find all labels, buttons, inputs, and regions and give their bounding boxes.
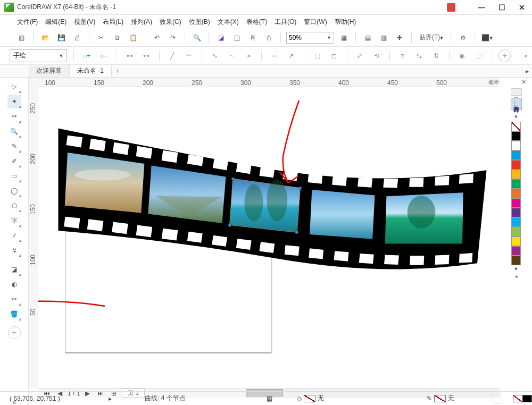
color-swatch[interactable] <box>511 227 521 237</box>
panel-close-icon[interactable]: ✕ <box>521 79 530 87</box>
color-swatch[interactable] <box>511 208 521 217</box>
smooth-icon[interactable]: ∼ <box>226 49 238 62</box>
grid-button[interactable]: ▥ <box>377 31 390 44</box>
menu-item[interactable]: 布局(L) <box>101 16 126 28</box>
rotate-icon[interactable]: ⟲ <box>370 49 383 62</box>
paste-button[interactable]: 📋 <box>127 31 139 44</box>
parallel-tool[interactable]: ⫽ <box>7 229 21 242</box>
close-button[interactable]: ✕ <box>515 3 529 12</box>
maximize-button[interactable]: ☐ <box>495 3 509 12</box>
open-button[interactable]: 📂 <box>39 31 52 44</box>
minimize-button[interactable]: — <box>475 3 488 12</box>
menu-item[interactable]: 编辑(E) <box>43 16 69 28</box>
import-button[interactable]: ◪ <box>214 31 227 44</box>
dropshadow-tool[interactable]: ◪ <box>7 263 21 276</box>
color-swatch[interactable] <box>511 179 521 189</box>
menu-item[interactable]: 视图(V) <box>72 16 97 28</box>
palette-more-icon[interactable]: ◂ <box>515 274 518 279</box>
ellipse-tool[interactable]: ◯ <box>7 184 21 198</box>
tab-document[interactable]: 未命名 -1 <box>70 65 112 77</box>
color-swatch[interactable] <box>511 246 521 256</box>
canvas[interactable] <box>38 87 500 388</box>
extract-icon[interactable]: ⬚ <box>311 49 323 62</box>
film-strip-artwork[interactable] <box>38 119 500 268</box>
menu-item[interactable]: 帮助(H) <box>332 16 359 28</box>
menu-item[interactable]: 表格(T) <box>244 16 269 28</box>
snap-button[interactable]: 贴齐(T) ▾ <box>417 31 445 44</box>
undo-button[interactable]: ↶ <box>151 31 163 44</box>
color-swatch[interactable] <box>511 198 521 208</box>
to-curve-icon[interactable]: 〰 <box>183 49 196 62</box>
node-add-icon[interactable]: ○+ <box>80 49 93 62</box>
reduce-nodes-icon[interactable]: + <box>498 49 511 62</box>
close-path-icon[interactable]: ◻ <box>328 49 340 62</box>
menu-item[interactable]: 排列(A) <box>129 16 154 28</box>
play-icon[interactable]: ▸ <box>109 395 112 402</box>
color-swatch[interactable] <box>511 189 521 198</box>
reflect-h-icon[interactable]: ⇆ <box>413 49 426 62</box>
fill-indicator[interactable]: ◇无 <box>297 394 324 403</box>
cut-button[interactable]: ✂ <box>95 31 107 44</box>
eyedropper-tool[interactable]: ✑ <box>7 292 21 306</box>
shape-tool[interactable]: ✦ <box>7 95 21 108</box>
freehand-tool[interactable]: ✎ <box>7 139 21 153</box>
join-icon[interactable]: ⊶ <box>123 49 136 62</box>
palette-down-icon[interactable]: ▼ <box>514 266 519 272</box>
menu-item[interactable]: 窗口(W) <box>302 16 329 28</box>
color-swatch[interactable] <box>511 141 521 150</box>
elastic-icon[interactable]: ◉ <box>456 49 469 62</box>
break-icon[interactable]: ⊷ <box>140 49 153 62</box>
color-swatch[interactable] <box>511 256 521 265</box>
menu-item[interactable]: 工具(O) <box>272 16 298 28</box>
menu-item[interactable]: 位图(B) <box>187 16 212 28</box>
artistic-media-tool[interactable]: ✐ <box>7 154 21 168</box>
palette-up-icon[interactable]: ▲ <box>514 113 519 119</box>
crop-tool[interactable]: ✂ <box>7 109 21 123</box>
zoom-tool[interactable]: 🔍 <box>7 124 21 138</box>
zoom-combo[interactable]: 50% ▼ <box>286 32 334 44</box>
fill-outline-swatch[interactable] <box>513 395 532 402</box>
align-docker-tab[interactable]: 对齐与分布... <box>511 98 522 110</box>
color-proof-icon[interactable]: ▦ <box>267 395 272 402</box>
menu-item[interactable]: 文本(X) <box>215 16 241 28</box>
symm-icon[interactable]: ≈ <box>242 49 255 62</box>
search-button[interactable]: 🔍 <box>190 31 203 44</box>
tabs-more-icon[interactable]: ▸ <box>526 68 529 75</box>
align-icon[interactable]: ≡ <box>396 49 409 62</box>
user-avatar-icon[interactable] <box>447 3 455 12</box>
redo-button[interactable]: ↷ <box>167 31 179 44</box>
outline-indicator[interactable]: ✎无 <box>427 394 454 403</box>
menu-item[interactable]: 效果(C) <box>157 16 184 28</box>
print-button[interactable]: 🖨 <box>71 31 84 44</box>
overflow-icon[interactable]: » <box>519 49 532 62</box>
customize-tool[interactable]: + <box>8 326 21 339</box>
fullscreen-button[interactable]: ▦ <box>337 31 350 44</box>
color-swatch[interactable] <box>511 131 521 141</box>
connector-tool[interactable]: ↯ <box>7 243 21 257</box>
publish-button[interactable]: ⎘ <box>246 31 259 44</box>
tab-welcome[interactable]: 欢迎屏幕 <box>29 65 70 77</box>
rectangle-tool[interactable]: ▭ <box>7 169 21 183</box>
save-button[interactable]: 💾 <box>55 31 68 44</box>
tool-preset-combo[interactable]: 手绘 ▼ <box>10 49 67 62</box>
pdf-button[interactable]: ⎙ <box>262 31 275 44</box>
cusp-icon[interactable]: ∿ <box>209 49 221 62</box>
text-tool[interactable]: 字 <box>7 214 21 227</box>
color-swatch[interactable] <box>511 237 521 246</box>
menu-item[interactable]: 文件(F) <box>15 16 40 28</box>
reverse-icon[interactable]: ↔ <box>268 49 281 62</box>
options-button[interactable]: ⚙ <box>456 31 469 44</box>
polygon-tool[interactable]: ⬠ <box>7 199 21 213</box>
eyedropper-status-icon[interactable] <box>493 394 502 403</box>
new-button[interactable]: ▥ <box>15 31 28 44</box>
pick-tool[interactable]: ▷ <box>7 80 21 94</box>
export-button[interactable]: ◫ <box>230 31 243 44</box>
color-swatch[interactable] <box>511 217 521 227</box>
fill-tool[interactable]: 🪣 <box>7 307 21 321</box>
reflect-v-icon[interactable]: ⇅ <box>430 49 443 62</box>
add-tab-button[interactable]: + <box>112 68 123 75</box>
rulers-button[interactable]: ▤ <box>361 31 374 44</box>
copy-button[interactable]: ⧉ <box>111 31 123 44</box>
launch-button[interactable]: ⬛▾ <box>480 31 493 44</box>
extend-icon[interactable]: ↗ <box>285 49 298 62</box>
